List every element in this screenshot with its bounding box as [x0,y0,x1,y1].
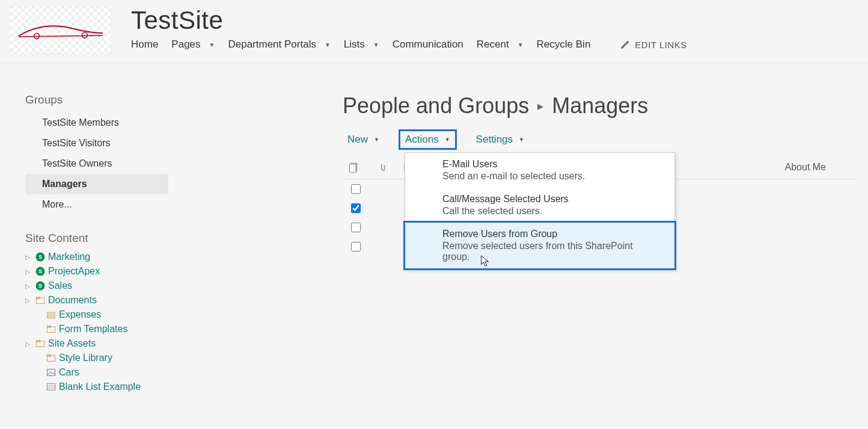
nav-item-label: Communication [393,39,463,51]
nav-item-department-portals[interactable]: Department Portals▼ [228,39,330,51]
site-content-tree: ▷SMarketing▷SProjectApex▷SSales▷Document… [25,250,168,394]
tree-node[interactable]: Form Templates [36,322,168,336]
chevron-down-icon: ▼ [373,42,379,48]
edit-links-label: EDIT LINKS [635,40,686,50]
nav-item-home[interactable]: Home [131,39,158,51]
svg-text:S: S [38,283,42,289]
sidebar-group-item[interactable]: TestSite Members [25,113,168,133]
dropdown-item-desc: Remove selected users from this SharePoi… [442,241,661,262]
nav-item-label: Recycle Bin [537,39,591,51]
site-logo[interactable] [10,6,112,54]
tree-node[interactable]: ▷Documents [25,293,168,307]
tree-node-label: Marketing [48,252,90,262]
row-checkbox[interactable] [351,184,361,194]
tree-node-label: Form Templates [59,324,127,335]
svg-point-1 [82,32,88,38]
nav-item-recent[interactable]: Recent▼ [477,39,524,51]
tree-node[interactable]: ▷SMarketing [25,250,168,264]
chevron-down-icon: ▼ [518,42,524,48]
tree-node[interactable]: Expenses [36,307,168,322]
nav-item-label: Home [131,39,158,51]
sidebar-group-item[interactable]: More... [25,194,168,215]
nav-item-lists[interactable]: Lists▼ [344,39,379,51]
svg-rect-18 [47,384,55,390]
sidebar-group-item[interactable]: Managers [25,174,168,194]
dropdown-item-desc: Call the selected users. [442,206,661,217]
chevron-down-icon: ▼ [374,137,379,143]
dropdown-item-title: E-Mail Users [442,159,661,170]
car-logo-icon [16,15,106,45]
sidebar-group-item[interactable]: TestSite Visitors [25,133,168,153]
expand-icon[interactable]: ▷ [25,254,32,261]
nav-item-label: Pages [171,39,200,51]
svg-rect-22 [350,164,356,173]
site-header: TestSite HomePages▼Department Portals▼Li… [0,0,868,63]
dropdown-item[interactable]: Remove Users from GroupRemove selected u… [405,223,674,268]
groups-list: TestSite MembersTestSite VisitorsTestSit… [25,113,168,215]
settings-button-label: Settings [476,134,513,146]
sidebar-group-item[interactable]: TestSite Owners [25,153,168,174]
doclib-icon [46,309,57,320]
site-content-heading: Site Content [25,232,168,245]
new-button[interactable]: New ▼ [343,131,384,148]
dropdown-item[interactable]: E-Mail UsersSend an e-mail to selected u… [405,153,674,188]
folder-icon [46,324,57,335]
groups-heading: Groups [25,93,168,106]
chevron-down-icon: ▼ [445,137,450,143]
page-title-group: Managers [552,93,648,119]
svg-text:S: S [38,269,42,274]
pic-icon [46,367,57,378]
nav-item-pages[interactable]: Pages▼ [171,39,215,51]
chevron-down-icon: ▼ [325,42,331,48]
list-icon [46,381,57,392]
dropdown-item-desc: Send an e-mail to selected users. [442,171,661,182]
svg-text:S: S [38,255,42,260]
pencil-icon [620,40,630,49]
sp-icon: S [35,252,46,262]
nav-item-label: Recent [477,39,509,51]
tree-node-label: Site Assets [48,338,96,349]
sp-icon: S [35,280,46,291]
site-title[interactable]: TestSite [131,6,858,35]
tree-node-label: Documents [48,295,97,306]
tree-node-label: Cars [59,367,79,378]
new-button-label: New [347,134,368,146]
nav-item-communication[interactable]: Communication [393,39,463,51]
cursor-icon [480,255,491,268]
nav-item-recycle-bin[interactable]: Recycle Bin [537,39,591,51]
folder-icon [35,338,46,349]
tree-node[interactable]: Blank List Example [36,380,168,394]
settings-button[interactable]: Settings ▼ [471,131,529,148]
breadcrumb-separator-icon: ▸ [537,99,543,113]
tree-node[interactable]: ▷SProjectApex [25,264,168,279]
sp-icon: S [35,266,46,277]
actions-dropdown: E-Mail UsersSend an e-mail to selected u… [405,152,675,269]
column-about-me[interactable]: About Me [785,162,826,173]
tree-node[interactable]: Style Library [36,351,168,365]
page-title-prefix: People and Groups [343,93,529,119]
row-checkbox[interactable] [351,242,361,252]
tree-node[interactable]: Cars [36,365,168,380]
dropdown-item[interactable]: Call/Message Selected UsersCall the sele… [405,188,674,223]
tree-node-label: ProjectApex [48,266,100,277]
expand-icon[interactable]: ▷ [25,268,32,275]
nav-item-label: Lists [344,39,365,51]
actions-button[interactable]: Actions ▼ [399,129,457,150]
tree-node-label: Blank List Example [59,381,141,392]
tree-node-label: Style Library [59,353,112,363]
tree-node[interactable]: ▷Site Assets [25,336,168,351]
chevron-down-icon: ▼ [209,42,215,48]
svg-rect-10 [47,312,55,318]
folder-icon [35,295,46,306]
toolbar: New ▼ Actions ▼ Settings ▼ [343,129,856,150]
expand-icon[interactable]: ▷ [25,341,32,347]
row-checkbox[interactable] [351,203,361,213]
tree-node-label: Expenses [59,309,101,320]
row-checkbox[interactable] [351,223,361,232]
tree-node[interactable]: ▷SSales [25,279,168,293]
edit-links-button[interactable]: EDIT LINKS [620,40,686,50]
main-content: People and Groups ▸ Managers New ▼ Actio… [168,93,868,394]
expand-icon[interactable]: ▷ [25,283,32,289]
expand-icon[interactable]: ▷ [25,297,32,304]
dropdown-item-title: Remove Users from Group [442,229,661,239]
